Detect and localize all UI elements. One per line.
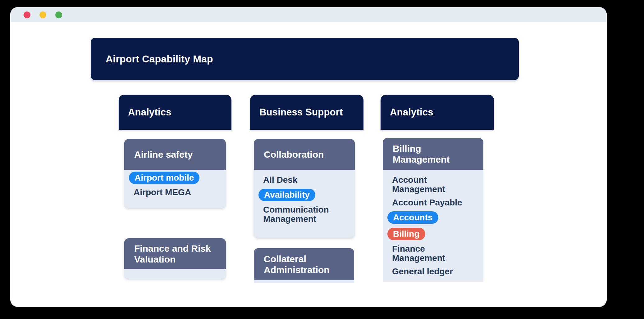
card-body: Account Management Account Payable Accou… — [383, 170, 483, 282]
capability-item: General ledger — [392, 267, 453, 276]
column-header-label: Analytics — [390, 107, 433, 118]
column-header-business-support: Business Support — [250, 95, 363, 130]
column-header-analytics-2: Analytics — [381, 95, 494, 130]
capability-pill[interactable]: Airport mobile — [129, 172, 199, 184]
capability-item: Account Management — [392, 175, 473, 194]
card-title: Finance and Risk Valuation — [124, 238, 226, 269]
minimize-button[interactable] — [39, 11, 46, 18]
capability-item: All Desk — [263, 175, 298, 185]
capability-item: Account Payable — [392, 198, 462, 207]
maximize-button[interactable] — [55, 11, 62, 18]
map-title-banner: Airport Capability Map — [91, 38, 519, 80]
capability-item: Communication Management — [263, 205, 345, 224]
capability-item: Finance Management — [392, 244, 473, 263]
card-body: Airport mobile Airport MEGA — [124, 170, 226, 208]
card-title: Airline safety — [124, 139, 226, 170]
card-airline-safety: Airline safety Airport mobile Airport ME… — [124, 139, 226, 208]
column-header-analytics-1: Analytics — [119, 95, 231, 130]
card-collateral-administration: Collateral Administration — [254, 248, 354, 283]
column-header-label: Analytics — [128, 107, 171, 118]
window-titlebar — [10, 7, 607, 22]
card-collaboration: Collaboration All Desk Availability Comm… — [254, 139, 355, 238]
card-title: Collaboration — [254, 139, 355, 170]
card-billing-management: Billing Management Account Management Ac… — [383, 138, 483, 282]
capability-pill[interactable]: Accounts — [387, 211, 438, 224]
close-button[interactable] — [24, 11, 30, 18]
card-finance-and-risk-valuation: Finance and Risk Valuation — [124, 238, 226, 279]
app-window: Airport Capability Map Analytics Busines… — [10, 7, 607, 307]
map-title: Airport Capability Map — [106, 53, 213, 65]
capability-pill[interactable]: Billing — [387, 228, 425, 240]
card-body — [254, 280, 354, 283]
card-body — [124, 269, 226, 279]
screenshot-root: { "window": { "controls": [ {"label": "c… — [0, 0, 644, 319]
card-title: Billing Management — [383, 138, 483, 170]
card-body: All Desk Availability Communication Mana… — [254, 170, 355, 238]
card-title: Collateral Administration — [254, 248, 354, 280]
capability-item: Airport MEGA — [134, 188, 191, 197]
capability-pill[interactable]: Availability — [258, 189, 315, 201]
column-header-label: Business Support — [259, 107, 343, 118]
